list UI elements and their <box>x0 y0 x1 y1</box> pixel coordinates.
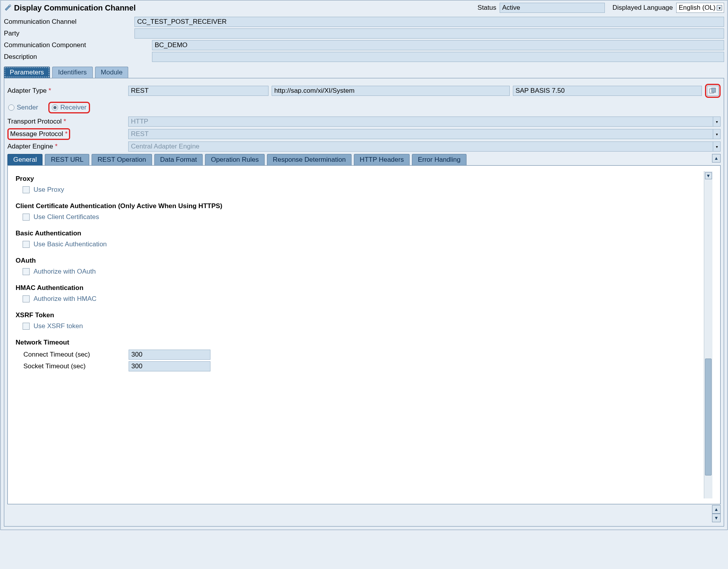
radio-selected-icon <box>52 104 58 111</box>
subtab-data-format[interactable]: Data Format <box>154 154 203 165</box>
svg-rect-2 <box>712 88 716 92</box>
subtabs: General REST URL REST Operation Data For… <box>7 154 712 165</box>
adapter-namespace: http://sap.com/xi/XI/System <box>272 86 510 96</box>
subtab-http-headers[interactable]: HTTP Headers <box>354 154 410 165</box>
picker-icon <box>709 88 716 94</box>
main-tabstrip: Parameters Identifiers Module <box>1 67 727 78</box>
xsrf-section: XSRF Token <box>16 311 704 319</box>
subtab-rest-operation[interactable]: REST Operation <box>92 154 152 165</box>
adapter-type-row: Adapter Type * REST http://sap.com/xi/XI… <box>7 84 721 98</box>
adapter-basis: SAP BASIS 7.50 <box>513 86 702 96</box>
component-value: BC_DEMO <box>152 40 724 50</box>
lang-label: Displayed Language <box>613 4 673 12</box>
status-label: Status <box>477 4 496 12</box>
dropdown-icon: ▾ <box>713 117 721 127</box>
adapter-picker-highlight <box>705 84 721 98</box>
scroll-arrow-up-icon[interactable]: ▼ <box>705 172 712 179</box>
scroll-footer: ▲ <box>7 505 721 514</box>
dropdown-icon: ▾ <box>713 141 721 152</box>
party-value <box>134 28 724 39</box>
dropdown-icon: ▾ <box>713 129 721 139</box>
radio-sender[interactable]: Sender <box>8 104 38 111</box>
general-content: Proxy Use Proxy Client Certificate Authe… <box>16 171 704 498</box>
vertical-scrollbar[interactable]: ▼ <box>704 171 712 498</box>
basic-auth-label: Use Basic Authentication <box>34 240 107 248</box>
transport-value: HTTP <box>128 117 713 127</box>
adapter-picker-button[interactable] <box>707 86 719 96</box>
subtab-response-determination[interactable]: Response Determination <box>267 154 352 165</box>
scroll-up-button[interactable]: ▲ <box>712 154 721 163</box>
message-row: Message Protocol * REST ▾ <box>7 128 721 140</box>
scroll-footer2: ▼ <box>7 514 721 522</box>
transport-row: Transport Protocol * HTTP ▾ <box>7 117 721 127</box>
subtab-operation-rules[interactable]: Operation Rules <box>205 154 265 165</box>
message-select[interactable]: REST ▾ <box>128 129 721 139</box>
proxy-section: Proxy <box>16 175 704 183</box>
socket-timeout-row: Socket Timeout (sec) 300 <box>16 361 704 371</box>
scroll-thumb[interactable] <box>705 359 712 475</box>
scroll-arrow-down-bottom[interactable]: ▼ <box>712 514 721 522</box>
subtab-general[interactable]: General <box>7 154 42 165</box>
status-value: Active <box>500 3 605 13</box>
party-label: Party <box>4 30 134 37</box>
receiver-label: Receiver <box>60 104 87 111</box>
status-wrap: Status Active <box>477 3 604 13</box>
engine-row: Adapter Engine * Central Adapter Engine … <box>7 141 721 152</box>
channel-icon <box>4 3 12 13</box>
connect-timeout-row: Connect Timeout (sec) 300 <box>16 350 704 360</box>
use-proxy-label: Use Proxy <box>34 186 64 194</box>
page-title: Display Communication Channel <box>14 4 136 12</box>
radio-receiver[interactable]: Receiver <box>52 104 87 111</box>
required-marker: * <box>49 87 51 94</box>
dropdown-icon: ▾ <box>717 5 722 11</box>
basic-auth-row: Use Basic Authentication <box>23 240 704 248</box>
oauth-label: Authorize with OAuth <box>34 268 96 276</box>
subtabs-wrap: General REST URL REST Operation Data For… <box>7 154 721 165</box>
oauth-checkbox[interactable] <box>23 268 30 275</box>
message-protocol-highlight: Message Protocol * <box>7 128 70 140</box>
tab-identifiers[interactable]: Identifiers <box>52 67 93 78</box>
description-value <box>152 52 724 62</box>
radio-icon <box>8 104 14 111</box>
client-cert-checkbox[interactable] <box>23 214 30 221</box>
cca-row: Use Client Certificates <box>23 213 704 221</box>
description-label: Description <box>4 53 152 61</box>
xsrf-checkbox[interactable] <box>23 323 30 330</box>
hmac-section: HMAC Authentication <box>16 284 704 292</box>
subtab-error-handling[interactable]: Error Handling <box>412 154 466 165</box>
xsrf-label: Use XSRF token <box>34 322 83 330</box>
xsrf-row: Use XSRF token <box>23 322 704 330</box>
svg-point-0 <box>9 5 11 7</box>
subtab-rest-url[interactable]: REST URL <box>45 154 89 165</box>
basic-auth-section: Basic Authentication <box>16 230 704 237</box>
lang-wrap: Displayed Language English (OL) ▾ <box>613 3 724 13</box>
oauth-section: OAuth <box>16 257 704 265</box>
socket-timeout-label: Socket Timeout (sec) <box>16 362 129 370</box>
basic-auth-checkbox[interactable] <box>23 241 30 248</box>
connect-timeout-value[interactable]: 300 <box>129 350 210 360</box>
socket-timeout-value[interactable]: 300 <box>129 361 210 371</box>
use-proxy-checkbox[interactable] <box>23 186 30 193</box>
lang-select[interactable]: English (OL) ▾ <box>676 3 724 13</box>
general-body: Proxy Use Proxy Client Certificate Authe… <box>7 165 721 504</box>
engine-value: Central Adapter Engine <box>128 141 713 152</box>
transport-select[interactable]: HTTP ▾ <box>128 117 721 127</box>
engine-label: Adapter Engine * <box>7 143 128 150</box>
message-label-wrap: Message Protocol * <box>7 128 128 140</box>
adapter-type-label: Adapter Type * <box>7 87 128 95</box>
tab-parameters[interactable]: Parameters <box>4 67 50 78</box>
engine-select[interactable]: Central Adapter Engine ▾ <box>128 141 721 152</box>
scroll-arrow-up-bottom[interactable]: ▲ <box>712 505 721 514</box>
tab-module[interactable]: Module <box>95 67 129 78</box>
client-cert-label: Use Client Certificates <box>34 213 99 221</box>
adapter-type-values: REST http://sap.com/xi/XI/System SAP BAS… <box>128 84 721 98</box>
parameters-body: Adapter Type * REST http://sap.com/xi/XI… <box>4 78 724 527</box>
page-title-wrap: Display Communication Channel <box>4 3 477 13</box>
component-label: Communication Component <box>4 41 152 49</box>
oauth-row: Authorize with OAuth <box>23 268 704 276</box>
hmac-checkbox[interactable] <box>23 295 30 302</box>
header-form: Communication Channel CC_TEST_POST_RECEI… <box>1 14 727 67</box>
channel-value: CC_TEST_POST_RECEIVER <box>134 17 724 27</box>
receiver-highlight: Receiver <box>48 102 90 113</box>
cca-section: Client Certificate Authentication (Only … <box>16 202 704 210</box>
